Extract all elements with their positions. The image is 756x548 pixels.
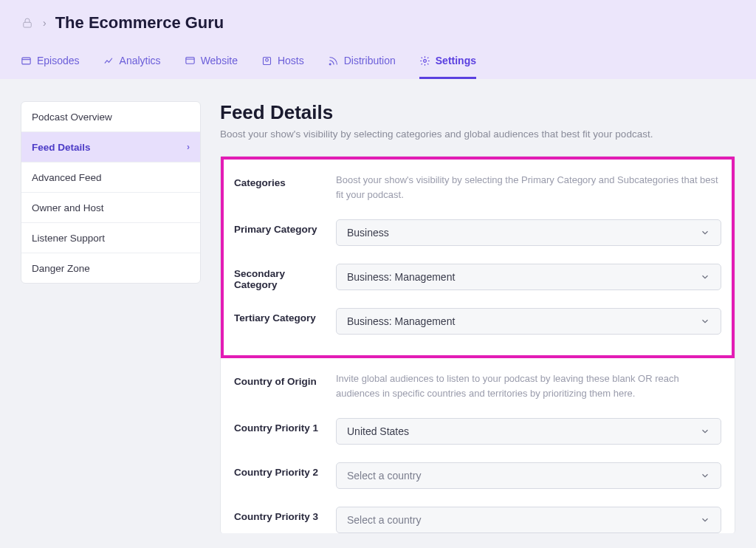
secondary-category-label: Secondary Category (234, 264, 329, 290)
distribution-icon (328, 55, 339, 66)
sidenav: Podcast Overview Feed Details › Advanced… (21, 101, 201, 284)
select-value: Business (347, 227, 389, 239)
sidenav-item-label: Podcast Overview (32, 112, 112, 123)
tertiary-category-select[interactable]: Business: Management (336, 308, 721, 335)
country-p3-select[interactable]: Select a country (336, 507, 721, 533)
svg-rect-0 (24, 22, 32, 27)
sidenav-item-label: Advanced Feed (32, 172, 102, 183)
sidenav-item-feed-details[interactable]: Feed Details › (21, 132, 200, 162)
lock-icon (21, 16, 34, 30)
sidenav-item-advanced-feed[interactable]: Advanced Feed (21, 162, 200, 193)
content: Podcast Overview Feed Details › Advanced… (0, 79, 756, 548)
chevron-down-icon (700, 515, 710, 525)
select-value: Business: Management (347, 315, 455, 327)
sidenav-item-podcast-overview[interactable]: Podcast Overview (21, 102, 200, 132)
tab-label: Episodes (37, 55, 80, 66)
tab-label: Distribution (344, 55, 396, 66)
tab-label: Analytics (120, 55, 161, 66)
tab-settings[interactable]: Settings (419, 47, 476, 79)
episodes-icon (21, 55, 32, 66)
categories-desc: Boost your show's visibility by selectin… (336, 173, 721, 202)
tab-label: Settings (436, 55, 476, 66)
country-p1-select[interactable]: United States (336, 418, 721, 445)
categories-heading: Categories (234, 173, 329, 188)
breadcrumb: › The Ecommerce Guru (21, 13, 735, 32)
website-icon (185, 55, 196, 66)
tab-label: Hosts (278, 55, 304, 66)
page-title: Feed Details (220, 101, 735, 124)
tabs: Episodes Analytics Website Hosts Distrib… (21, 47, 735, 79)
sidenav-item-label: Feed Details (32, 142, 91, 153)
hosts-icon (261, 55, 272, 66)
sidenav-item-label: Danger Zone (32, 263, 90, 274)
header: › The Ecommerce Guru Episodes Analytics … (0, 0, 756, 79)
tertiary-category-label: Tertiary Category (234, 308, 329, 323)
settings-panel: Categories Boost your show's visibility … (220, 156, 735, 533)
select-value: United States (347, 425, 409, 437)
sidenav-item-listener-support[interactable]: Listener Support (21, 223, 200, 253)
tab-episodes[interactable]: Episodes (21, 47, 80, 79)
primary-category-select[interactable]: Business (336, 219, 721, 246)
analytics-icon (103, 55, 114, 66)
svg-point-6 (423, 59, 426, 62)
breadcrumb-title: The Ecommerce Guru (55, 13, 224, 32)
country-section: Country of Origin Invite global audience… (221, 358, 735, 533)
sidenav-item-label: Owner and Host (32, 202, 104, 213)
select-value: Select a country (347, 470, 421, 482)
categories-section: Categories Boost your show's visibility … (221, 157, 735, 358)
country-heading: Country of Origin (234, 371, 329, 387)
primary-category-label: Primary Category (234, 219, 329, 235)
chevron-down-icon (700, 470, 710, 481)
select-value: Business: Management (347, 271, 455, 283)
country-desc: Invite global audiences to listen to you… (336, 371, 721, 400)
chevron-down-icon (700, 272, 710, 282)
gear-icon (419, 55, 430, 66)
chevron-down-icon (700, 316, 710, 326)
sidenav-item-label: Listener Support (32, 233, 105, 244)
svg-rect-1 (22, 58, 30, 64)
select-value: Select a country (347, 514, 421, 526)
tab-website[interactable]: Website (185, 47, 238, 79)
sidenav-item-owner-and-host[interactable]: Owner and Host (21, 193, 200, 223)
chevron-right-icon: › (187, 142, 190, 152)
svg-point-5 (329, 63, 331, 64)
tab-distribution[interactable]: Distribution (328, 47, 396, 79)
chevron-down-icon (700, 426, 710, 436)
country-p2-label: Country Priority 2 (234, 462, 329, 478)
svg-rect-2 (186, 57, 194, 64)
secondary-category-select[interactable]: Business: Management (336, 264, 721, 290)
chevron-down-icon (700, 227, 710, 238)
page-subtitle: Boost your show's visibility by selectin… (220, 129, 735, 140)
main: Feed Details Boost your show's visibilit… (220, 101, 735, 548)
country-p2-select[interactable]: Select a country (336, 462, 721, 489)
chevron-right-icon: › (43, 17, 47, 29)
tab-label: Website (201, 55, 238, 66)
tab-hosts[interactable]: Hosts (261, 47, 304, 79)
country-p1-label: Country Priority 1 (234, 418, 329, 434)
country-p3-label: Country Priority 3 (234, 507, 329, 522)
tab-analytics[interactable]: Analytics (103, 47, 161, 79)
svg-point-4 (266, 58, 269, 61)
sidenav-item-danger-zone[interactable]: Danger Zone (21, 253, 200, 283)
